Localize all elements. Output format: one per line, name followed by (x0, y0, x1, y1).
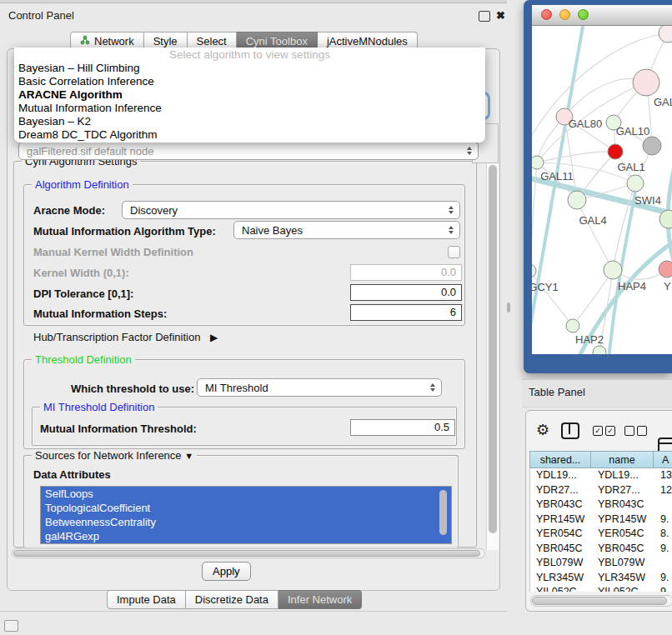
data-attributes-label: Data Attributes (33, 468, 111, 481)
mi-threshold-label: Mutual Information Threshold: (40, 422, 197, 435)
manual-kernel-width-checkbox[interactable] (448, 246, 460, 258)
mi-threshold-group-title: MI Threshold Definition (40, 401, 158, 413)
mi-steps-label: Mutual Information Steps: (33, 308, 167, 320)
table-settings-gear-icon[interactable]: ⚙ (536, 422, 549, 438)
apply-button[interactable]: Apply (202, 562, 251, 581)
close-window-icon[interactable] (541, 9, 552, 20)
column-layout-icon[interactable] (561, 422, 579, 439)
popup-item-mutual-information[interactable]: Mutual Information Inference (14, 102, 485, 115)
table-row[interactable]: YBR043CYBR043C (530, 498, 672, 512)
network-graph: GAL GAL80 GAL10 GAL1 GAL11 SWI4 GAL4 GCY… (532, 26, 672, 354)
table-row[interactable]: YBL079WYBL079W (530, 556, 672, 571)
select-all-checkboxes-icon[interactable]: ✓✓ (593, 426, 615, 436)
popup-item-dream8[interactable]: Dream8 DC_TDC Algorithm (14, 128, 485, 142)
column-header-shared[interactable]: shared... (529, 451, 591, 468)
label-gcy1: GCY1 (532, 281, 559, 293)
tab-infer-network[interactable]: Infer Network (278, 590, 362, 609)
popup-item-bayesian-hill-climbing[interactable]: Bayesian – Hill Climbing (14, 62, 485, 75)
float-panel-icon[interactable] (479, 11, 490, 22)
list-item-betweennesscentrality[interactable]: BetweennessCentrality (41, 515, 451, 529)
node-gal1[interactable] (627, 175, 644, 192)
table-row[interactable]: YIL052CYIL052C9 (530, 585, 672, 592)
tab-impute-data[interactable]: Impute Data (107, 590, 186, 609)
node-gray[interactable] (643, 137, 661, 155)
aracne-mode-label: Aracne Mode: (33, 204, 105, 217)
node-hap4[interactable] (604, 261, 622, 279)
table-row[interactable]: YBR045CYBR045C9. (530, 542, 672, 557)
list-item-gal4rgexp[interactable]: gal4RGexp (41, 529, 451, 543)
expander-arrow-icon: ▶ (210, 332, 218, 343)
minimize-window-icon[interactable] (559, 9, 570, 20)
dock-grip-icon[interactable] (4, 620, 18, 632)
hub-definition-expander[interactable]: Hub/Transcription Factor Definition ▶ (33, 331, 218, 343)
deselect-all-checkboxes-icon[interactable] (624, 426, 647, 436)
dpi-tolerance-label: DPI Tolerance [0,1]: (33, 288, 133, 300)
table-row[interactable]: YDL19...YDL19...13 (530, 468, 672, 483)
collapse-arrow-icon[interactable]: ▼ (184, 451, 193, 461)
data-attributes-list[interactable]: SelfLoops TopologicalCoefficient Between… (40, 486, 452, 544)
manual-kernel-width-label: Manual Kernel Width Definition (33, 246, 193, 258)
kernel-width-label: Kernel Width (0,1): (33, 267, 129, 279)
sources-group-title: Sources for Network Inference ▼ (32, 449, 197, 462)
mi-algorithm-type-combo[interactable]: Naive Bayes (233, 221, 460, 239)
settings-vertical-scrollbar[interactable] (486, 163, 499, 550)
popup-placeholder: Select algorithm to view settings (14, 48, 485, 62)
table-row[interactable]: YER054CYER054C8. (530, 527, 672, 542)
popup-item-bayesian-k2[interactable]: Bayesian – K2 (14, 115, 485, 128)
table-row[interactable]: YPR145WYPR145W9. (530, 512, 672, 528)
label-gal-cut: GAL (654, 96, 672, 108)
combo-arrows-icon (467, 147, 472, 155)
close-panel-icon[interactable]: ✖ (496, 10, 505, 21)
node-gal4[interactable] (568, 191, 586, 209)
list-scrollbar-thumb[interactable] (439, 490, 447, 535)
label-hap2: HAP2 (575, 333, 604, 346)
mi-steps-field[interactable]: 6 (350, 304, 462, 321)
aracne-mode-combo[interactable]: Discovery (122, 201, 460, 219)
panel-splitter-handle[interactable] (507, 302, 510, 312)
label-gal11: GAL11 (540, 170, 574, 182)
network-canvas[interactable]: GAL GAL80 GAL10 GAL1 GAL11 SWI4 GAL4 GCY… (532, 26, 672, 354)
bottom-tabbar: Impute Data Discretize Data Infer Networ… (107, 590, 362, 609)
node-bottom[interactable] (593, 346, 606, 354)
tab-discretize-data[interactable]: Discretize Data (186, 590, 278, 609)
network-selector-combo[interactable]: galFiltered.sif default node (18, 142, 479, 160)
node-table: shared... name A YDL19...YDL19...13 YDR2… (529, 451, 672, 592)
settings-horizontal-scrollbar-thumb[interactable] (13, 550, 480, 557)
algorithm-dropdown-popup: Select algorithm to view settings Bayesi… (14, 48, 485, 142)
kernel-width-field[interactable]: 0.0 (350, 264, 462, 281)
node-gal11[interactable] (532, 156, 544, 169)
which-threshold-label: Which threshold to use: (71, 382, 194, 395)
list-item-selfloops[interactable]: SelfLoops (41, 487, 451, 501)
table-row[interactable]: YDR27...YDR27...12 (530, 483, 672, 498)
column-header-name[interactable]: name (591, 451, 654, 468)
control-panel-title: Control Panel (8, 9, 74, 22)
node-partial-top[interactable] (659, 26, 672, 42)
network-window-titlebar[interactable] (532, 5, 672, 26)
dpi-tolerance-field[interactable]: 0.0 (350, 284, 462, 301)
table-panel-title: Table Panel (529, 386, 585, 398)
dock-bottom-edge (0, 611, 507, 612)
settings-horizontal-scrollbar[interactable] (12, 548, 485, 558)
column-header-partial[interactable]: A (654, 451, 672, 468)
node-red[interactable] (608, 144, 623, 159)
list-item-topologicalcoefficient[interactable]: TopologicalCoefficient (41, 501, 451, 515)
settings-vertical-scrollbar-thumb[interactable] (489, 165, 497, 533)
node-gcy1[interactable] (532, 264, 536, 278)
zoom-window-icon[interactable] (578, 9, 589, 20)
table-horizontal-scrollbar[interactable] (530, 595, 672, 607)
table-row[interactable]: YLR345WYLR345W9. (530, 571, 672, 586)
window-top-edge (0, 0, 507, 3)
node-gal-cut[interactable] (633, 69, 659, 96)
popup-item-aracne[interactable]: ARACNE Algorithm (14, 88, 485, 102)
table-horizontal-scrollbar-thumb[interactable] (532, 597, 667, 605)
popup-item-basic-correlation[interactable]: Basic Correlation Inference (14, 75, 485, 88)
table-panel: ⚙ ✓✓ shared... name A YDL19...YDL19...13… (525, 410, 672, 612)
which-threshold-combo[interactable]: MI Threshold (197, 378, 442, 397)
combo-arrows-icon (449, 206, 454, 214)
mi-threshold-field[interactable]: 0.5 (350, 419, 455, 436)
label-gal80: GAL80 (569, 118, 602, 130)
label-gal10: GAL10 (616, 125, 649, 138)
table-body[interactable]: YDL19...YDL19...13 YDR27...YDR27...12 YB… (529, 468, 672, 592)
node-y-cut[interactable] (659, 261, 672, 278)
node-hap2[interactable] (566, 319, 579, 332)
